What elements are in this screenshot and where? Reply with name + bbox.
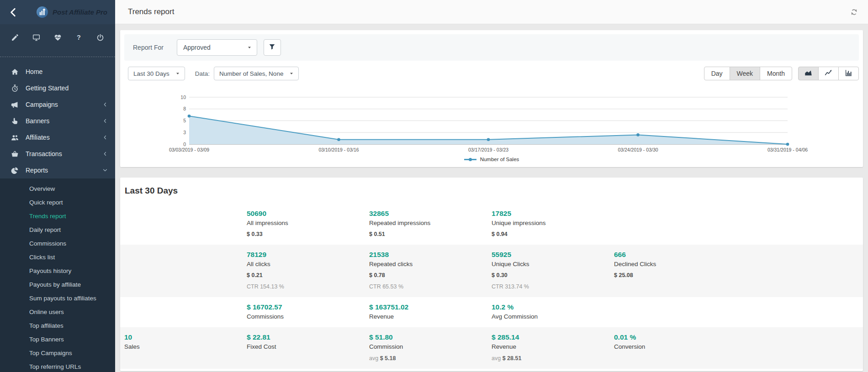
sidebar-item-label: Affiliates xyxy=(26,134,50,141)
back-chevron-icon[interactable] xyxy=(8,7,18,17)
chevron-left-icon xyxy=(102,102,108,107)
stat-cell-empty xyxy=(614,303,736,320)
svg-text:?: ? xyxy=(77,34,81,41)
stats-row: 10Sales$ 22.81Fixed Cost$ 51.80Commissio… xyxy=(120,327,863,369)
stat-sub-value: $ 0.78 xyxy=(369,272,492,278)
legend-marker-icon xyxy=(464,159,476,160)
sidebar-nav: HomeGetting StartedCampaignsBannersAffil… xyxy=(0,63,115,178)
stat-label: Fixed Cost xyxy=(247,343,369,350)
stat-cell-commission: $ 51.80Commissionavg $ 5.18 xyxy=(369,333,492,362)
refresh-icon[interactable] xyxy=(850,8,858,16)
sidebar-item-banners[interactable]: Banners xyxy=(0,113,115,129)
sidebar-item-getting-started[interactable]: Getting Started xyxy=(0,80,115,96)
stat-avg-value: avg $ 5.18 xyxy=(369,355,492,362)
stat-cell-all-clicks: 78129All clicks$ 0.21CTR 154.13 % xyxy=(247,251,369,290)
top-header: Trends report xyxy=(115,0,868,24)
sidebar-subitem-quick-report[interactable]: Quick report xyxy=(0,196,115,210)
stat-cell-empty xyxy=(614,210,736,237)
sidebar-subitem-top-banners[interactable]: Top Banners xyxy=(0,333,115,346)
sidebar-item-label: Banners xyxy=(26,117,49,125)
stat-cell-repeated-clicks: 21538Repeated clicks$ 0.78CTR 65.53 % xyxy=(369,251,492,290)
chevron-down-icon xyxy=(102,168,108,173)
stat-cell-declined-clicks: 666Declined Clicks$ 25.08 xyxy=(614,251,736,290)
chart-legend: Number of Sales xyxy=(124,157,859,162)
stat-label: Commission xyxy=(369,343,492,350)
stat-cell-revenue: $ 285.14Revenueavg $ 28.51 xyxy=(492,333,614,362)
sidebar-subitem-payouts-history[interactable]: Payouts history xyxy=(0,264,115,278)
sidebar-item-affiliates[interactable]: Affiliates xyxy=(0,129,115,146)
sidebar-subitem-daily-report[interactable]: Daily report xyxy=(0,223,115,237)
help-icon[interactable]: ? xyxy=(75,34,83,42)
bar-chart-button[interactable] xyxy=(838,67,859,80)
stopwatch-icon xyxy=(11,84,19,92)
stat-sub-value: $ 0.30 xyxy=(492,272,614,278)
funnel-icon xyxy=(269,43,275,52)
period-button-day[interactable]: Day xyxy=(704,67,730,80)
stat-label: Revenue xyxy=(492,343,614,350)
line-chart-button[interactable] xyxy=(818,67,839,80)
sidebar-subitem-online-users[interactable]: Online users xyxy=(0,305,115,319)
stat-value: 32865 xyxy=(369,210,492,218)
stat-value: 17825 xyxy=(492,210,614,218)
app-logo-text: Post Affiliate Pro xyxy=(53,8,107,16)
stat-sub-value: $ 0.51 xyxy=(369,231,492,237)
sidebar-reports-submenu: OverviewQuick reportTrends reportDaily r… xyxy=(0,178,115,372)
sidebar-subitem-top-affiliates[interactable]: Top affiliates xyxy=(0,319,115,333)
report-for-select[interactable]: Approved xyxy=(177,39,257,56)
pie-chart-icon xyxy=(11,167,19,174)
sidebar: Post Affiliate Pro ? HomeGetting Started… xyxy=(0,0,115,372)
stat-cell-commissions: $ 16702.57Commissions xyxy=(247,303,369,320)
sidebar-subitem-trends-report[interactable]: Trends report xyxy=(0,210,115,223)
sidebar-subitem-commissions[interactable]: Commissions xyxy=(0,237,115,251)
sidebar-item-transactions[interactable]: Transactions xyxy=(0,146,115,162)
period-button-month[interactable]: Month xyxy=(760,67,792,80)
stat-cell-unique-clicks: 55925Unique Clicks$ 0.30CTR 313.74 % xyxy=(492,251,614,290)
sidebar-divider xyxy=(0,57,115,57)
pencil-icon[interactable] xyxy=(11,34,19,42)
stat-cell-revenue: $ 163751.02Revenue xyxy=(369,303,492,320)
area-chart-button[interactable] xyxy=(798,67,819,80)
sidebar-subitem-overview[interactable]: Overview xyxy=(0,182,115,196)
power-icon[interactable] xyxy=(96,34,104,42)
stat-value: 50690 xyxy=(247,210,369,218)
sidebar-subitem-top-referring-urls[interactable]: Top referring URLs xyxy=(0,360,115,372)
stats-title: Last 30 Days xyxy=(125,186,863,196)
caret-down-icon xyxy=(175,71,180,76)
chevron-left-icon xyxy=(102,135,108,140)
sidebar-subitem-clicks-list[interactable]: Clicks list xyxy=(0,251,115,264)
home-icon xyxy=(11,68,19,76)
caret-down-icon xyxy=(247,45,252,50)
sidebar-item-label: Home xyxy=(26,68,42,75)
stat-sub-value: $ 0.21 xyxy=(247,272,369,278)
filter-button[interactable] xyxy=(264,39,281,56)
sidebar-item-home[interactable]: Home xyxy=(0,63,115,80)
sidebar-subitem-sum-payouts-to-affiliates[interactable]: Sum payouts to affiliates xyxy=(0,292,115,305)
sidebar-item-label: Transactions xyxy=(26,150,62,157)
stat-label: All impressions xyxy=(247,220,369,226)
stat-ctr-value: CTR 313.74 % xyxy=(492,283,614,290)
sidebar-item-reports[interactable]: Reports xyxy=(0,162,115,178)
stat-sub-value: $ 0.94 xyxy=(492,231,614,237)
sidebar-item-label: Reports xyxy=(26,167,48,174)
period-toggle-group: DayWeekMonth xyxy=(704,67,792,80)
sidebar-subitem-payouts-by-affiliate[interactable]: Payouts by affiliate xyxy=(0,278,115,292)
heartbeat-icon[interactable] xyxy=(54,34,62,42)
sidebar-item-campaigns[interactable]: Campaigns xyxy=(0,96,115,113)
data-series-select[interactable]: Number of Sales, None xyxy=(214,67,299,80)
stat-cell-avg-commission: 10.2 %Avg Commission xyxy=(492,303,614,320)
svg-text:03/10/2019 - 03/16: 03/10/2019 - 03/16 xyxy=(318,147,359,152)
period-button-week[interactable]: Week xyxy=(730,67,761,80)
megaphone-icon xyxy=(11,101,19,109)
stats-row: 78129All clicks$ 0.21CTR 154.13 %21538Re… xyxy=(120,245,863,297)
date-range-select[interactable]: Last 30 Days xyxy=(128,67,185,80)
stat-value: 55925 xyxy=(492,251,614,259)
stat-label: Commissions xyxy=(247,313,369,320)
desktop-icon[interactable] xyxy=(32,34,40,42)
stat-cell-all-impressions: 50690All impressions$ 0.33 xyxy=(247,210,369,237)
stat-label: Revenue xyxy=(369,313,492,320)
sidebar-subitem-top-campaigns[interactable]: Top Campaigns xyxy=(0,346,115,360)
stat-label: Repeated impressions xyxy=(369,220,492,226)
stat-value: 78129 xyxy=(247,251,369,259)
stat-value: 21538 xyxy=(369,251,492,259)
stat-label: Sales xyxy=(124,343,247,350)
